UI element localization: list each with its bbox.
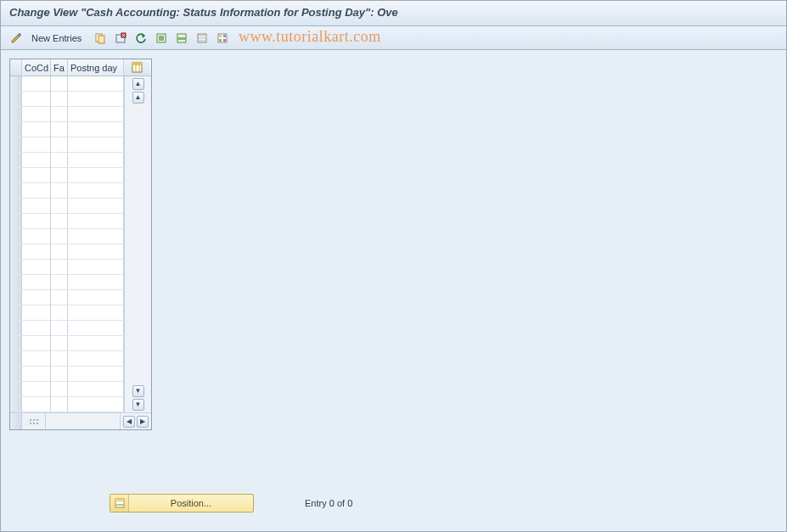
- cell-postng-day[interactable]: [68, 199, 124, 213]
- row-selector[interactable]: [10, 397, 22, 412]
- cell-postng-day[interactable]: [68, 214, 124, 228]
- cell-postng-day[interactable]: [68, 107, 124, 121]
- row-selector[interactable]: [10, 260, 22, 274]
- cell-fa[interactable]: [51, 229, 68, 244]
- row-selector[interactable]: [10, 122, 22, 137]
- row-selector[interactable]: [10, 76, 22, 91]
- cell-fa[interactable]: [51, 92, 68, 106]
- cell-cocd[interactable]: [22, 214, 51, 228]
- row-selector[interactable]: [10, 336, 22, 350]
- row-selector[interactable]: [10, 199, 22, 213]
- row-selector[interactable]: [10, 305, 22, 320]
- row-selector[interactable]: [10, 290, 22, 305]
- cell-cocd[interactable]: [22, 244, 51, 259]
- cell-fa[interactable]: [51, 275, 68, 289]
- scroll-left-button[interactable]: ◀: [123, 416, 135, 428]
- cell-postng-day[interactable]: [68, 76, 124, 91]
- row-selector[interactable]: [10, 382, 22, 396]
- cell-cocd[interactable]: [22, 382, 51, 396]
- cell-cocd[interactable]: [22, 275, 51, 289]
- scroll-top-button[interactable]: ▲: [132, 78, 144, 90]
- cell-postng-day[interactable]: [68, 397, 124, 412]
- row-selector[interactable]: [10, 214, 22, 228]
- cell-postng-day[interactable]: [68, 153, 124, 167]
- cell-fa[interactable]: [51, 137, 68, 152]
- cell-postng-day[interactable]: [68, 260, 124, 274]
- cell-postng-day[interactable]: [68, 351, 124, 366]
- undo-change-icon[interactable]: [132, 30, 149, 47]
- grid-select-all-corner[interactable]: [10, 59, 22, 76]
- cell-cocd[interactable]: [22, 153, 51, 167]
- cell-fa[interactable]: [51, 336, 68, 350]
- cell-fa[interactable]: [51, 382, 68, 396]
- grid-vertical-scrollbar[interactable]: ▲ ▲ ▼ ▼: [124, 76, 151, 412]
- cell-postng-day[interactable]: [68, 183, 124, 198]
- grid-col-header-cocd[interactable]: CoCd: [22, 59, 51, 76]
- cell-fa[interactable]: [51, 214, 68, 228]
- grid-col-header-postng-day[interactable]: Postng day: [68, 59, 124, 76]
- cell-fa[interactable]: [51, 122, 68, 137]
- cell-fa[interactable]: [51, 168, 68, 182]
- cell-fa[interactable]: [51, 260, 68, 274]
- row-selector[interactable]: [10, 275, 22, 289]
- cell-fa[interactable]: [51, 351, 68, 366]
- copy-as-icon[interactable]: [92, 30, 109, 47]
- cell-cocd[interactable]: [22, 260, 51, 274]
- cell-cocd[interactable]: [22, 305, 51, 320]
- cell-cocd[interactable]: [22, 336, 51, 350]
- cell-fa[interactable]: [51, 199, 68, 213]
- cell-postng-day[interactable]: [68, 244, 124, 259]
- cell-fa[interactable]: [51, 76, 68, 91]
- cell-fa[interactable]: [51, 367, 68, 381]
- scroll-bottom-button[interactable]: ▼: [132, 399, 144, 411]
- deselect-all-icon[interactable]: [194, 30, 211, 47]
- cell-fa[interactable]: [51, 397, 68, 412]
- cell-cocd[interactable]: [22, 351, 51, 366]
- cell-postng-day[interactable]: [68, 382, 124, 396]
- row-selector[interactable]: [10, 244, 22, 259]
- cell-fa[interactable]: [51, 183, 68, 198]
- cell-postng-day[interactable]: [68, 229, 124, 244]
- cell-cocd[interactable]: [22, 183, 51, 198]
- position-button[interactable]: Position...: [110, 494, 254, 512]
- delete-icon[interactable]: [112, 30, 129, 47]
- cell-fa[interactable]: [51, 153, 68, 167]
- cell-cocd[interactable]: [22, 199, 51, 213]
- grid-col-header-fa[interactable]: Fa: [51, 59, 68, 76]
- scroll-up-button[interactable]: ▲: [132, 92, 144, 104]
- cell-postng-day[interactable]: [68, 122, 124, 137]
- row-selector[interactable]: [10, 137, 22, 152]
- toggle-display-change-icon[interactable]: [8, 30, 25, 47]
- scroll-right-button[interactable]: ▶: [137, 416, 149, 428]
- cell-postng-day[interactable]: [68, 137, 124, 152]
- cell-fa[interactable]: [51, 244, 68, 259]
- grid-config-button[interactable]: [124, 59, 149, 76]
- cell-cocd[interactable]: [22, 367, 51, 381]
- cell-fa[interactable]: [51, 290, 68, 305]
- cell-cocd[interactable]: [22, 76, 51, 91]
- cell-fa[interactable]: [51, 305, 68, 320]
- cell-postng-day[interactable]: [68, 290, 124, 305]
- cell-cocd[interactable]: [22, 229, 51, 244]
- cell-cocd[interactable]: [22, 168, 51, 182]
- row-selector[interactable]: [10, 168, 22, 182]
- new-entries-button[interactable]: New Entries: [28, 31, 88, 45]
- cell-cocd[interactable]: [22, 137, 51, 152]
- cell-cocd[interactable]: [22, 92, 51, 106]
- row-selector[interactable]: [10, 183, 22, 198]
- cell-fa[interactable]: [51, 321, 68, 335]
- configuration-icon[interactable]: [214, 30, 231, 47]
- cell-cocd[interactable]: [22, 397, 51, 412]
- row-selector[interactable]: [10, 229, 22, 244]
- row-selector[interactable]: [10, 107, 22, 121]
- cell-cocd[interactable]: [22, 290, 51, 305]
- row-selector[interactable]: [10, 321, 22, 335]
- grid-horizontal-scrollbar-track[interactable]: [46, 413, 121, 429]
- cell-postng-day[interactable]: [68, 305, 124, 320]
- row-selector[interactable]: [10, 367, 22, 381]
- cell-cocd[interactable]: [22, 122, 51, 137]
- grid-column-config-button[interactable]: [22, 413, 46, 429]
- cell-cocd[interactable]: [22, 321, 51, 335]
- cell-postng-day[interactable]: [68, 367, 124, 381]
- row-selector[interactable]: [10, 153, 22, 167]
